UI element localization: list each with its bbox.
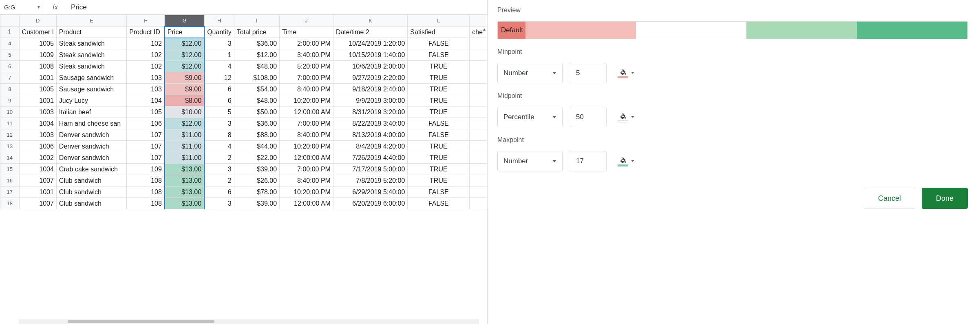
cell[interactable]: 8/31/2019 3:20:00: [333, 107, 407, 118]
cell[interactable]: $12.00: [165, 38, 204, 49]
cell[interactable]: 108: [127, 198, 165, 209]
horizontal-scrollbar[interactable]: [19, 319, 479, 324]
row-header[interactable]: 5: [0, 49, 20, 61]
col-header-G[interactable]: G: [165, 15, 204, 27]
cell[interactable]: 102: [127, 38, 165, 49]
vertical-scrollbar[interactable]: ▲: [481, 26, 487, 319]
cell[interactable]: 3:40:00 PM: [280, 49, 333, 61]
cell[interactable]: 7/8/2019 5:20:00: [333, 175, 407, 186]
cell[interactable]: 1009: [19, 49, 56, 61]
cell[interactable]: Quantity: [204, 27, 234, 38]
cell[interactable]: Sausage sandwich: [56, 84, 126, 95]
cell[interactable]: 8: [204, 129, 234, 141]
cell[interactable]: $13.00: [165, 164, 204, 175]
cell[interactable]: $48.00: [234, 95, 279, 107]
cell[interactable]: Satisfied: [408, 27, 470, 38]
row-header[interactable]: 10: [0, 107, 20, 118]
cell[interactable]: $39.00: [234, 164, 279, 175]
cell[interactable]: 1004: [19, 164, 56, 175]
cell[interactable]: 8/4/2019 4:20:00: [333, 141, 407, 152]
cell[interactable]: Crab cake sandwich: [56, 164, 126, 175]
cell[interactable]: TRUE: [408, 61, 470, 72]
cell[interactable]: 9/18/2019 2:40:00: [333, 84, 407, 95]
col-header-H[interactable]: H: [204, 15, 234, 27]
cell[interactable]: $8.00: [165, 95, 204, 107]
cell[interactable]: $9.00: [165, 72, 204, 84]
cell[interactable]: Total price: [234, 27, 279, 38]
cell[interactable]: 10/6/2019 2:00:00: [333, 61, 407, 72]
cell[interactable]: Italian beef: [56, 107, 126, 118]
cell[interactable]: 1007: [19, 198, 56, 209]
cell[interactable]: TRUE: [408, 107, 470, 118]
row-header[interactable]: 16: [0, 175, 20, 186]
cell[interactable]: Jucy Lucy: [56, 95, 126, 107]
cell[interactable]: 10/24/2019 1:20:00: [333, 38, 407, 49]
cell[interactable]: 104: [127, 95, 165, 107]
cell[interactable]: 2: [204, 175, 234, 186]
row-header[interactable]: 15: [0, 164, 20, 175]
cell[interactable]: 109: [127, 164, 165, 175]
cell[interactable]: FALSE: [408, 118, 470, 129]
cell[interactable]: 10:20:00 PM: [280, 186, 333, 198]
cell[interactable]: 2:00:00 PM: [280, 38, 333, 49]
cell[interactable]: 1001: [19, 95, 56, 107]
maxpoint-type-dropdown[interactable]: Number: [497, 151, 563, 171]
col-header-F[interactable]: F: [127, 15, 165, 27]
cell[interactable]: 7:00:00 PM: [280, 72, 333, 84]
row-header[interactable]: 17: [0, 186, 20, 198]
cell[interactable]: 6/20/2019 6:00:00: [333, 198, 407, 209]
cell[interactable]: 105: [127, 107, 165, 118]
cell[interactable]: $9.00: [165, 84, 204, 95]
cell[interactable]: $36.00: [234, 118, 279, 129]
row-header[interactable]: 1: [0, 27, 20, 38]
midpoint-type-dropdown[interactable]: Percentile: [497, 107, 563, 127]
cell[interactable]: TRUE: [408, 175, 470, 186]
cell[interactable]: 5:20:00 PM: [280, 61, 333, 72]
cell[interactable]: $13.00: [165, 186, 204, 198]
cell[interactable]: 108: [127, 186, 165, 198]
cell[interactable]: $26.00: [234, 175, 279, 186]
cell[interactable]: 4: [204, 61, 234, 72]
cell-selected[interactable]: Price: [165, 27, 204, 38]
minpoint-type-dropdown[interactable]: Number: [497, 63, 563, 83]
cell[interactable]: 8/13/2019 4:00:00: [333, 129, 407, 141]
cell[interactable]: 108: [127, 175, 165, 186]
cell[interactable]: $11.00: [165, 129, 204, 141]
cell[interactable]: 9/27/2019 2:20:00: [333, 72, 407, 84]
cell[interactable]: $88.00: [234, 129, 279, 141]
cell[interactable]: 3: [204, 38, 234, 49]
row-header[interactable]: 13: [0, 141, 20, 152]
cell[interactable]: Date/time 2: [333, 27, 407, 38]
row-header[interactable]: 8: [0, 84, 20, 95]
cell[interactable]: TRUE: [408, 152, 470, 164]
cell[interactable]: 8:40:00 PM: [280, 175, 333, 186]
cell[interactable]: 12:00:00 AM: [280, 152, 333, 164]
cell[interactable]: 1001: [19, 72, 56, 84]
maxpoint-value-input[interactable]: 17: [570, 151, 607, 171]
cell[interactable]: 10/15/2019 1:40:00: [333, 49, 407, 61]
cell[interactable]: $10.00: [165, 107, 204, 118]
cell[interactable]: 1005: [19, 84, 56, 95]
cell[interactable]: Steak sandwich: [56, 49, 126, 61]
cell[interactable]: Denver sandwich: [56, 141, 126, 152]
cell[interactable]: $50.00: [234, 107, 279, 118]
col-header-J[interactable]: J: [280, 15, 333, 27]
cell[interactable]: 107: [127, 129, 165, 141]
cell[interactable]: 12:00:00 AM: [280, 198, 333, 209]
cell[interactable]: Steak sandwich: [56, 38, 126, 49]
cell[interactable]: 102: [127, 61, 165, 72]
cell[interactable]: Steak sandwich: [56, 61, 126, 72]
cell[interactable]: 8/22/2019 3:40:00: [333, 118, 407, 129]
cell[interactable]: $12.00: [165, 118, 204, 129]
grid[interactable]: D E F G H I J K L 1 Customer I Product P…: [0, 15, 487, 324]
cell[interactable]: $22.00: [234, 152, 279, 164]
col-header-I[interactable]: I: [234, 15, 279, 27]
cell[interactable]: 102: [127, 49, 165, 61]
cell[interactable]: Club sandwich: [56, 198, 126, 209]
maxpoint-color-picker[interactable]: [614, 151, 632, 171]
row-header[interactable]: 12: [0, 129, 20, 141]
cancel-button[interactable]: Cancel: [864, 188, 915, 209]
color-scale-preview[interactable]: Default: [497, 21, 968, 39]
cell[interactable]: 10:20:00 PM: [280, 141, 333, 152]
cell[interactable]: 9/9/2019 3:00:00: [333, 95, 407, 107]
